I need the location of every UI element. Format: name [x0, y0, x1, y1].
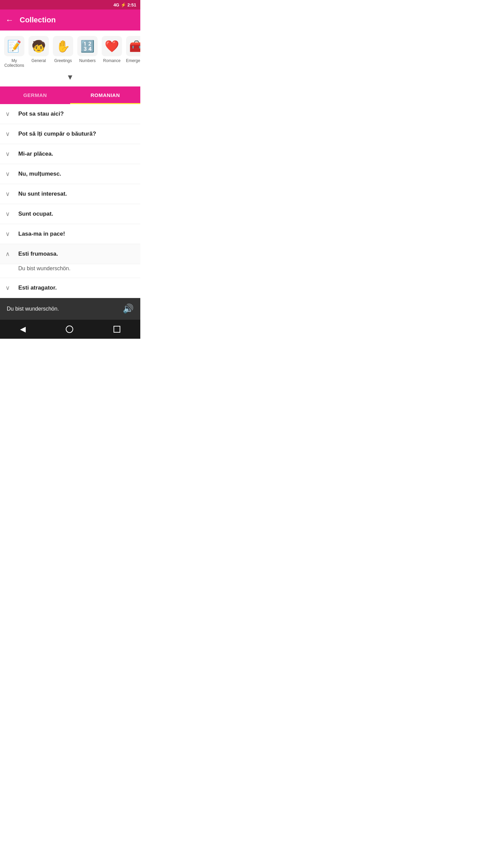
- phrase-row[interactable]: ∨Mi-ar plăcea.: [0, 144, 140, 164]
- category-item-my-collections[interactable]: 📝My Collections: [3, 36, 26, 68]
- category-icon-romance: ❤️: [102, 36, 122, 56]
- home-nav-button[interactable]: [66, 326, 73, 333]
- expand-chevron-icon: ∨: [5, 190, 12, 198]
- audio-bar: Du bist wunderschön. 🔊: [0, 298, 140, 320]
- category-icon-general: 🧒: [28, 36, 49, 56]
- category-label-emergency: Emergency: [126, 58, 140, 63]
- category-item-romance[interactable]: ❤️Romance: [100, 36, 123, 63]
- phrase-list: ∨Pot sa stau aici?∨Pot să îți cumpăr o b…: [0, 104, 140, 298]
- recent-nav-button[interactable]: [114, 326, 120, 333]
- phrase-text: Esti frumoasa.: [18, 251, 58, 257]
- phrase-text: Sunt ocupat.: [18, 211, 53, 217]
- tab-bar: GERMANROMANIAN: [0, 86, 140, 104]
- phrase-row[interactable]: ∧Esti frumoasa.: [0, 244, 140, 264]
- audio-bar-text: Du bist wunderschön.: [7, 306, 59, 312]
- phrase-text: Pot sa stau aici?: [18, 111, 64, 117]
- category-item-numbers[interactable]: 🔢Numbers: [76, 36, 99, 63]
- tab-romanian[interactable]: ROMANIAN: [70, 86, 140, 104]
- app-bar-title: Collection: [20, 16, 56, 24]
- battery-icon: ⚡: [121, 2, 126, 7]
- phrase-text: Lasa-ma in pace!: [18, 231, 65, 237]
- back-nav-button[interactable]: ◀: [20, 325, 26, 334]
- expand-chevron-icon: ∨: [5, 150, 12, 158]
- category-icon-greetings: ✋: [53, 36, 73, 56]
- expand-chevron-icon: ∨: [5, 284, 12, 292]
- clock: 2:51: [127, 2, 136, 7]
- status-bar: 4G ⚡ 2:51: [0, 0, 140, 9]
- expand-chevron-icon: ∨: [5, 170, 12, 178]
- phrase-row[interactable]: ∨Nu, mulțumesc.: [0, 164, 140, 184]
- back-button[interactable]: ←: [5, 15, 14, 25]
- nav-bar: ◀: [0, 320, 140, 339]
- expand-chevron-icon[interactable]: ▼: [66, 73, 74, 82]
- category-label-numbers: Numbers: [79, 58, 96, 63]
- phrase-text: Nu, mulțumesc.: [18, 171, 61, 177]
- speaker-icon[interactable]: 🔊: [123, 303, 134, 314]
- category-label-general: General: [32, 58, 46, 63]
- category-icon-numbers: 🔢: [77, 36, 98, 56]
- phrase-text: Mi-ar plăcea.: [18, 151, 53, 157]
- phrase-row[interactable]: ∨Lasa-ma in pace!: [0, 224, 140, 244]
- phrase-row[interactable]: ∨Pot să îți cumpăr o băutură?: [0, 124, 140, 144]
- phrase-row[interactable]: ∨Pot sa stau aici?: [0, 104, 140, 124]
- category-item-general[interactable]: 🧒General: [27, 36, 50, 63]
- status-icons: 4G ⚡ 2:51: [114, 2, 136, 7]
- category-label-romance: Romance: [103, 58, 120, 63]
- expand-chevron-icon: ∨: [5, 230, 12, 238]
- phrase-text: Nu sunt interesat.: [18, 191, 67, 197]
- phrase-text: Pot să îți cumpăr o băutură?: [18, 131, 96, 137]
- category-item-greetings[interactable]: ✋Greetings: [52, 36, 75, 63]
- phrase-row[interactable]: ∨Nu sunt interesat.: [0, 184, 140, 204]
- collapse-chevron-icon: ∧: [5, 250, 12, 258]
- category-label-my-collections: My Collections: [3, 58, 25, 68]
- category-icon-my-collections: 📝: [4, 36, 24, 56]
- expand-chevron-icon: ∨: [5, 210, 12, 218]
- phrase-row[interactable]: ∨Sunt ocupat.: [0, 204, 140, 224]
- phrase-row[interactable]: ∨Esti atragator.: [0, 278, 140, 298]
- category-row: 📝My Collections🧒General✋Greetings🔢Number…: [0, 31, 140, 71]
- signal-indicator: 4G: [114, 2, 119, 7]
- phrase-translation: Du bist wunderschön.: [0, 264, 140, 278]
- phrase-text: Esti atragator.: [18, 284, 57, 291]
- expand-chevron-icon: ∨: [5, 110, 12, 118]
- category-icon-emergency: 🧰: [126, 36, 140, 56]
- expand-row: ▼: [0, 71, 140, 86]
- expand-chevron-icon: ∨: [5, 130, 12, 138]
- app-bar: ← Collection: [0, 9, 140, 31]
- category-label-greetings: Greetings: [54, 58, 72, 63]
- category-item-emergency[interactable]: 🧰Emergency: [125, 36, 140, 63]
- tab-german[interactable]: GERMAN: [0, 86, 70, 104]
